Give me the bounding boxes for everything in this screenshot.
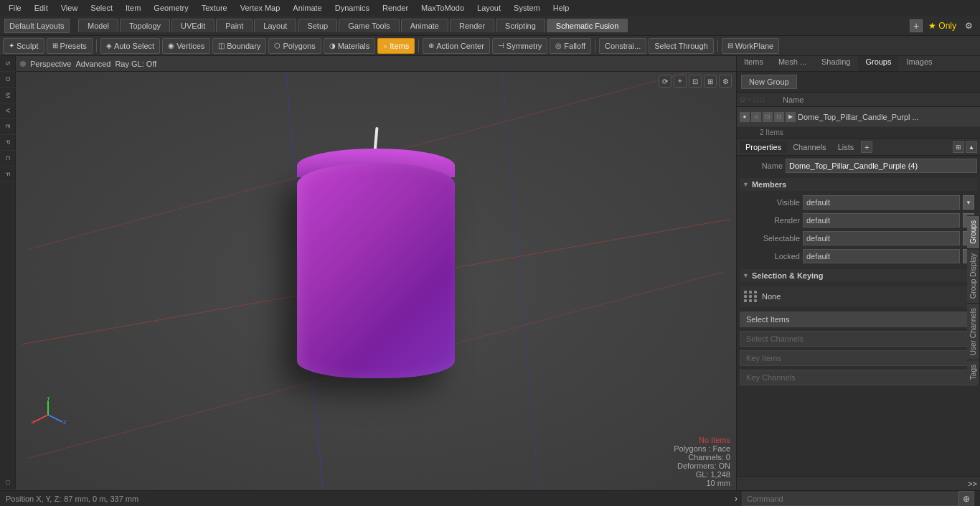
- layout-dropdown[interactable]: Default Layouts: [4, 19, 70, 33]
- eye-icon[interactable]: ●: [740, 112, 750, 122]
- star-only-button[interactable]: ★ Only: [925, 21, 959, 31]
- candle-object: [297, 163, 455, 378]
- selectable-select[interactable]: default: [803, 231, 960, 245]
- tab-animate[interactable]: Animate: [401, 19, 448, 32]
- menu-edit[interactable]: Edit: [29, 2, 54, 14]
- tab-layout[interactable]: Layout: [254, 19, 296, 32]
- presets-button[interactable]: ⊞ Presets: [47, 38, 93, 54]
- visible-dropdown-arrow[interactable]: ▼: [963, 195, 974, 210]
- vp-zoom-btn[interactable]: ⌖: [674, 75, 687, 88]
- sidebar-item-2[interactable]: D: [0, 72, 16, 88]
- menu-file[interactable]: File: [3, 2, 27, 14]
- position-label: Position X, Y, Z:: [6, 495, 61, 503]
- viewport-canvas[interactable]: Z Y X ⟳ ⌖ ⊡ ⊞ ⚙ No Items Polygons : Face…: [16, 72, 736, 490]
- add-layout-button[interactable]: +: [910, 19, 923, 32]
- new-group-button[interactable]: New Group: [741, 75, 797, 89]
- tab-images[interactable]: Images: [899, 56, 940, 71]
- menu-animate[interactable]: Animate: [287, 2, 327, 14]
- vert-tab-groups[interactable]: Groups: [967, 215, 980, 248]
- menu-system[interactable]: System: [508, 2, 546, 14]
- lock-icon[interactable]: □: [763, 112, 773, 122]
- select-items-button[interactable]: Select Items: [740, 311, 977, 327]
- materials-button[interactable]: ◑ Materials: [324, 38, 376, 54]
- sidebar-item-3[interactable]: M: [0, 88, 16, 103]
- expand-panel-button[interactable]: >>: [737, 476, 980, 490]
- tab-lists[interactable]: Lists: [832, 141, 860, 153]
- menu-help[interactable]: Help: [547, 2, 575, 14]
- falloff-button[interactable]: ◎ Falloff: [550, 38, 591, 54]
- menu-dynamics[interactable]: Dynamics: [329, 2, 375, 14]
- tab-items[interactable]: Items: [737, 56, 771, 71]
- workplane-button[interactable]: ⊟ WorkPlane: [722, 38, 780, 54]
- command-input[interactable]: [742, 492, 958, 506]
- add-tab-button[interactable]: +: [861, 141, 872, 153]
- menu-maxtomodo[interactable]: MaxToModo: [415, 2, 470, 14]
- vertices-button[interactable]: ◉ Vertices: [162, 38, 210, 54]
- group-item-0[interactable]: ● ○ □ □ ▶ Dome_Top_Pillar_Candle_Purpl .…: [737, 107, 980, 127]
- keying-section-header[interactable]: ▼ Selection & Keying: [740, 269, 977, 282]
- tab-gametools[interactable]: Game Tools: [339, 19, 400, 32]
- vert-tab-groupdisplay[interactable]: Group Display: [967, 248, 980, 303]
- tab-channels[interactable]: Channels: [787, 141, 831, 153]
- new-group-row: New Group: [737, 72, 980, 93]
- members-section-header[interactable]: ▼ Members: [740, 178, 977, 191]
- vp-rotate-btn[interactable]: ⟳: [659, 75, 672, 88]
- menu-render[interactable]: Render: [377, 2, 414, 14]
- sidebar-item-4[interactable]: V: [0, 103, 16, 119]
- vp-settings-btn[interactable]: ⚙: [719, 75, 732, 88]
- sidebar-item-6[interactable]: P: [0, 135, 16, 151]
- tab-render[interactable]: Render: [450, 19, 494, 32]
- boundary-button[interactable]: ◫ Boundary: [212, 38, 266, 54]
- vp-fit-btn[interactable]: ⊞: [704, 75, 717, 88]
- actioncenter-button[interactable]: ⊕ Action Center: [423, 38, 490, 54]
- tab-model[interactable]: Model: [78, 19, 118, 32]
- menu-layout[interactable]: Layout: [471, 2, 507, 14]
- tab-setup[interactable]: Setup: [298, 19, 337, 32]
- autoselect-button[interactable]: ◈ Auto Select: [100, 38, 160, 54]
- sidebar-item-7[interactable]: C: [0, 151, 16, 167]
- items-button[interactable]: ⬦ Items: [377, 38, 415, 54]
- polygons-button[interactable]: ⬡ Polygons: [268, 38, 321, 54]
- menu-select[interactable]: Select: [85, 2, 118, 14]
- render-icon[interactable]: ○: [751, 112, 761, 122]
- sculpt-button[interactable]: ✦ Sculpt: [3, 38, 44, 54]
- tab-mesh[interactable]: Mesh ...: [771, 56, 814, 71]
- settings-button[interactable]: ⚙: [962, 21, 976, 31]
- sidebar-item-1[interactable]: S: [0, 56, 16, 72]
- render-select[interactable]: default: [803, 213, 960, 228]
- tab-uvedit[interactable]: UVEdit: [171, 19, 215, 32]
- constraints-button[interactable]: Constrai...: [599, 38, 646, 54]
- command-search-button[interactable]: ⊕: [958, 491, 974, 507]
- visible-select[interactable]: default: [803, 195, 960, 210]
- menu-geometry[interactable]: Geometry: [148, 2, 194, 14]
- panel-max-btn[interactable]: ▲: [966, 141, 977, 153]
- menu-texture[interactable]: Texture: [196, 2, 233, 14]
- tab-topology[interactable]: Topology: [120, 19, 170, 32]
- tab-shading[interactable]: Shading: [814, 56, 858, 71]
- keying-arrow-icon: ▼: [743, 272, 749, 279]
- tab-schematic[interactable]: Schematic Fusion: [547, 19, 628, 32]
- menu-view[interactable]: View: [55, 2, 84, 14]
- vp-pan-btn[interactable]: ⊡: [689, 75, 702, 88]
- name-input[interactable]: [786, 159, 977, 173]
- tab-properties[interactable]: Properties: [740, 141, 787, 153]
- panel-undock-btn[interactable]: ⊞: [953, 141, 964, 153]
- tab-scripting[interactable]: Scripting: [496, 19, 545, 32]
- key-items-button[interactable]: Key Items: [740, 350, 977, 366]
- symmetry-button[interactable]: ⊣ Symmetry: [492, 38, 548, 54]
- menu-vertexmap[interactable]: Vertex Map: [235, 2, 286, 14]
- sidebar-item-8[interactable]: F: [0, 167, 16, 182]
- sidebar-item-bottom[interactable]: □: [0, 474, 16, 490]
- menu-item[interactable]: Item: [120, 2, 146, 14]
- chevron-icon[interactable]: ▶: [786, 112, 796, 122]
- select-channels-button[interactable]: Select Channels: [740, 331, 977, 347]
- tab-groups[interactable]: Groups: [858, 56, 899, 71]
- vert-tab-userchannels[interactable]: User Channels: [967, 303, 980, 360]
- vert-tab-tags[interactable]: Tags: [967, 360, 980, 384]
- selectthrough-button[interactable]: Select Through: [649, 38, 713, 54]
- sidebar-item-5[interactable]: E: [0, 119, 16, 135]
- locked-select[interactable]: default: [803, 249, 960, 263]
- expand-icon[interactable]: □: [774, 112, 784, 122]
- tab-paint[interactable]: Paint: [216, 19, 253, 32]
- key-channels-button[interactable]: Key Channels: [740, 370, 977, 385]
